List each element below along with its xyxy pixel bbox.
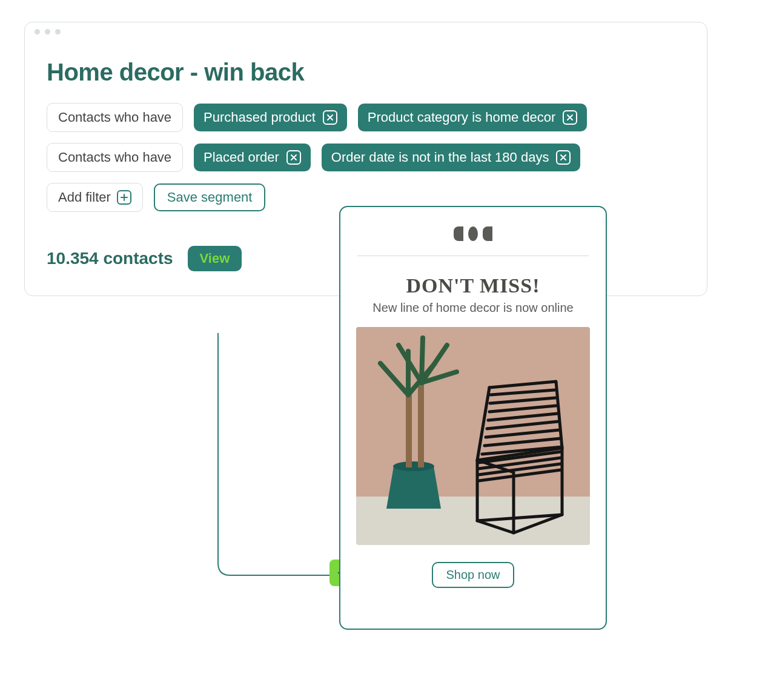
window-chrome [25,22,707,41]
filter-tag-order-date-180[interactable]: Order date is not in the last 180 days [322,144,581,171]
add-filter-label: Add filter [58,190,111,205]
page-title: Home decor - win back [47,59,685,86]
add-filter-button[interactable]: Add filter [47,183,143,212]
filter-row: Contacts who have Placed order Order dat… [47,143,685,172]
filter-qualifier[interactable]: Contacts who have [47,103,183,132]
filter-tag-label: Purchased product [204,110,316,125]
svg-rect-3 [406,394,412,467]
remove-tag-icon[interactable] [556,150,571,165]
shop-now-button[interactable]: Shop now [432,562,515,588]
filter-qualifier-label: Contacts who have [58,150,171,165]
window-dot [35,29,40,35]
svg-line-10 [422,338,423,383]
window-dot [55,29,61,35]
plus-icon [117,190,131,205]
connector-line [206,333,345,584]
filter-row: Contacts who have Purchased product Prod… [47,103,685,132]
filter-tag-label: Placed order [204,150,279,165]
filter-tag-purchased[interactable]: Purchased product [194,104,347,131]
contact-count: 10.354 contacts [47,249,173,268]
filters: Contacts who have Purchased product Prod… [47,103,685,212]
filter-qualifier[interactable]: Contacts who have [47,143,183,172]
window-dot [45,29,50,35]
filter-tag-category-home-decor[interactable]: Product category is home decor [358,104,588,131]
filter-qualifier-label: Contacts who have [58,110,171,125]
filter-tag-label: Order date is not in the last 180 days [331,150,549,165]
email-subheadline: New line of home decor is now online [372,301,573,315]
email-preview-card: DON'T MISS! New line of home decor is no… [339,206,607,630]
product-image [356,327,590,545]
email-headline: DON'T MISS! [406,274,540,297]
view-button[interactable]: View [188,246,242,271]
brand-logo [454,226,492,241]
svg-point-2 [393,461,434,471]
divider [357,256,589,256]
svg-rect-4 [418,381,424,467]
remove-tag-icon[interactable] [286,150,301,165]
filter-tag-label: Product category is home decor [368,110,556,125]
remove-tag-icon[interactable] [563,110,577,125]
remove-tag-icon[interactable] [323,110,337,125]
filter-tag-placed-order[interactable]: Placed order [194,144,311,171]
save-segment-button[interactable]: Save segment [154,183,266,211]
